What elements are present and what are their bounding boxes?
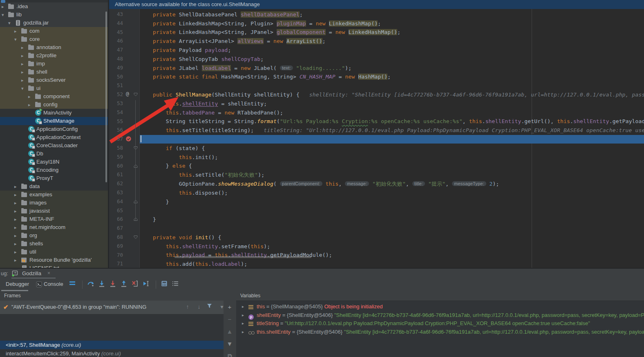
expand-chevron-icon[interactable]: ▸ — [242, 328, 244, 337]
chevron-right-icon[interactable]: ▸ — [14, 233, 19, 238]
chevron-down-icon[interactable]: ▾ — [2, 12, 7, 18]
chevron-right-icon[interactable]: ▸ — [21, 53, 26, 58]
code-line-43[interactable]: private ShellDatabasePanel shellDatabase… — [140, 10, 644, 19]
code-line-53[interactable]: this.shellEntity = shellEntity; — [140, 99, 644, 108]
tree-item--idea[interactable]: ▸.idea — [0, 2, 108, 11]
code-line-61[interactable]: this.setTitle("初始化失败"); — [140, 171, 644, 180]
code-line-47[interactable]: private Payload payload; — [140, 46, 644, 55]
run-to-cursor-icon[interactable] — [142, 280, 151, 289]
tab-debugger[interactable]: Debugger — [6, 281, 29, 287]
tree-item-meta-inf[interactable]: ▸META-INF — [0, 215, 108, 223]
tree-item-proxyt[interactable]: CProxyT — [0, 174, 108, 182]
chevron-down-icon[interactable]: ▾ — [8, 20, 13, 26]
variable-row-this-shellEntity[interactable]: ▸this.shellEntity = {ShellEntity@5406} "… — [236, 328, 644, 337]
duplicate-icon[interactable]: ⧉ — [226, 353, 233, 357]
tree-item-imp[interactable]: ▸imp — [0, 60, 108, 68]
chevron-right-icon[interactable]: ▸ — [14, 241, 19, 247]
tree-item-applicationcontext[interactable]: CApplicationContext — [0, 133, 108, 141]
chevron-right-icon[interactable]: ▸ — [2, 4, 7, 9]
code-line-70[interactable]: this.payload = this.shellEntity.getPaylo… — [140, 251, 644, 260]
expand-chevron-icon[interactable]: ▸ — [242, 311, 244, 320]
tree-item-resource-bundle-godzilla-[interactable]: ▸Resource Bundle 'godzilla' — [0, 256, 108, 264]
code-line-59[interactable]: this.init(); — [140, 153, 644, 162]
frame-row[interactable]: interactMenuItemClick:259, MainActivity … — [0, 349, 224, 357]
code-line-60[interactable]: } else { — [140, 162, 644, 171]
tree-item-easyi18n[interactable]: CEasyI18N — [0, 158, 108, 166]
code-line-51[interactable] — [140, 81, 644, 90]
evaluate-expression-icon[interactable] — [161, 280, 170, 289]
code-line-58[interactable]: if (state) { — [140, 144, 644, 153]
add-icon[interactable]: + — [226, 303, 233, 311]
code-line-55[interactable]: String titleString = String.format("Url:… — [140, 117, 644, 126]
chevron-right-icon[interactable]: ▸ — [14, 208, 19, 214]
code-line-62[interactable]: GOptionPane.showMessageDialog( parentCom… — [140, 180, 644, 189]
drop-frame-icon[interactable] — [131, 280, 140, 289]
fold-collapse-icon[interactable] — [134, 92, 137, 96]
expand-chevron-icon[interactable]: ▸ — [242, 303, 244, 311]
tree-item-shell[interactable]: ▸shell — [0, 68, 108, 76]
tree-item-annotation[interactable]: ▸annotation — [0, 43, 108, 52]
tree-item-db[interactable]: CDb — [0, 150, 108, 158]
fold-collapse-icon[interactable] — [134, 235, 137, 239]
variable-row-titleString[interactable]: ▸titleString = "Url:http://127.0.0.1/eva… — [236, 319, 644, 328]
arrow-down-icon[interactable]: ↓ — [195, 303, 203, 311]
tree-item-ui[interactable]: ▾ui — [0, 84, 108, 92]
tree-item-lib[interactable]: ▾lib — [0, 11, 108, 19]
tree-item-examples[interactable]: ▸examples — [0, 191, 108, 199]
code-line-71[interactable]: this.add(this.loadLabel); — [140, 260, 644, 268]
code-line-65[interactable] — [140, 206, 644, 215]
code-line-56[interactable]: this.setTitle(titleString); titleString:… — [140, 126, 644, 135]
chevron-right-icon[interactable]: ▸ — [14, 28, 19, 34]
tree-item-component[interactable]: ▸component — [0, 92, 108, 101]
tree-item-socksserver[interactable]: ▸socksServer — [0, 76, 108, 84]
code-line-69[interactable]: this.shellEntity.setFrame(this); — [140, 242, 644, 251]
tree-item-images[interactable]: ▸images — [0, 199, 108, 207]
code-line-52[interactable]: public ShellManage(ShellEntity shellEnti… — [140, 90, 644, 99]
chevron-right-icon[interactable]: ▸ — [28, 102, 33, 108]
tree-item-config[interactable]: ▸config — [0, 101, 108, 109]
tree-item-license-txt[interactable]: LICENSE.txt — [0, 264, 108, 268]
code-line-50[interactable]: private static final HashMap<String, Str… — [140, 72, 644, 81]
tree-item-coreclassloader[interactable]: CCoreClassLoader — [0, 141, 108, 150]
code-line-64[interactable]: } — [140, 197, 644, 206]
code-line-54[interactable]: this.tabbedPane = new RTabbedPane(); — [140, 108, 644, 117]
chevron-right-icon[interactable]: ▸ — [21, 61, 26, 67]
arrow-up-icon[interactable]: ↑ — [184, 303, 191, 311]
tree-item-javassist[interactable]: ▸javassist — [0, 207, 108, 215]
chevron-right-icon[interactable]: ▸ — [14, 257, 19, 263]
tab-console[interactable]: Console — [44, 281, 63, 287]
layout-settings-icon[interactable] — [172, 280, 181, 289]
step-over-icon[interactable] — [87, 280, 96, 289]
code-line-67[interactable] — [140, 224, 644, 233]
tree-item-encoding[interactable]: CEncoding — [0, 166, 108, 174]
code-line-63[interactable]: this.dispose(); — [140, 189, 644, 198]
tree-item-com[interactable]: ▸com — [0, 27, 108, 35]
chevron-right-icon[interactable]: ▸ — [14, 192, 19, 198]
step-out-icon[interactable] — [120, 280, 129, 289]
code-line-48[interactable]: private ShellCopyTab shellCopyTab; — [140, 55, 644, 64]
chevron-right-icon[interactable]: ▸ — [14, 216, 19, 222]
chevron-right-icon[interactable]: ▸ — [14, 249, 19, 255]
code-line-46[interactable]: private ArrayList<JPanel> allViews = new… — [140, 37, 644, 46]
tree-item-core[interactable]: ▾core — [0, 35, 108, 43]
chevron-down-icon[interactable]: ▾ — [14, 36, 19, 42]
code-line-49[interactable]: private JLabel loadLabel = new JLabel( t… — [140, 63, 644, 72]
editor-horizontal-scrollbar[interactable] — [174, 256, 311, 258]
chevron-right-icon[interactable]: ▸ — [21, 77, 26, 83]
code-line-66[interactable]: } — [140, 215, 644, 224]
chevron-right-icon[interactable]: ▸ — [28, 94, 33, 99]
project-tree-scrollbar[interactable] — [105, 11, 107, 182]
thread-selector-row[interactable]: ✔ "AWT-EventQueue-0"@4,653 in group "mai… — [0, 301, 224, 314]
threads-view-icon[interactable] — [69, 280, 78, 289]
chevron-right-icon[interactable]: ▸ — [21, 69, 26, 75]
chevron-down-icon[interactable]: ▾ — [21, 85, 26, 91]
code-line-68[interactable]: private void init() { — [140, 233, 644, 242]
tree-item-c2profile[interactable]: ▸c2profile — [0, 52, 108, 60]
tree-item-applicationconfig[interactable]: CApplicationConfig — [0, 125, 108, 133]
breakpoint-icon[interactable] — [125, 136, 132, 142]
remove-icon[interactable]: − — [226, 316, 233, 323]
tree-item-mainactivity[interactable]: CMainActivity — [0, 109, 108, 117]
tree-item-org[interactable]: ▸org — [0, 231, 108, 240]
close-tab-icon[interactable]: × — [47, 270, 50, 276]
variable-row-this[interactable]: ▸this = {ShellManage@5405} Object is bei… — [236, 303, 644, 311]
